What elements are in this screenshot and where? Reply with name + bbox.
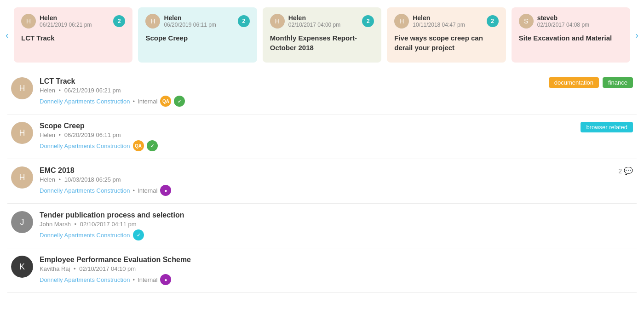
list-item-lct-track-item: H LCT Track Helen • 06/21/2019 06:21 pm … (7, 70, 637, 114)
list-date: 10/03/2018 06:25 pm (64, 176, 121, 183)
list-content: EMC 2018 Helen • 10/03/2018 06:25 pm Don… (40, 166, 611, 196)
list-date: 06/21/2019 06:21 pm (64, 87, 121, 94)
list-date: 02/10/2017 04:10 pm (79, 265, 136, 272)
list-title[interactable]: Tender publication process and selection (40, 211, 633, 219)
card-badge: 2 (362, 15, 374, 27)
card-avatar: S (519, 14, 534, 29)
list-author: Kavitha Raj (40, 265, 70, 272)
internal-label: Internal (138, 187, 157, 194)
internal-label: Internal (138, 98, 157, 105)
carousel-card-monthly-expenses[interactable]: H Helen 02/10/2017 04:00 pm 2 Monthly Ex… (263, 7, 381, 63)
list-subline: Donnelly Apartments Construction •Intern… (40, 185, 611, 196)
carousel-right-button[interactable]: › (632, 28, 642, 42)
tag-container: browser related (581, 122, 633, 132)
list-avatar: H (11, 77, 33, 99)
comment-number: 2 (618, 167, 622, 175)
card-username: Helen (40, 14, 92, 22)
card-username: Helen (413, 14, 465, 22)
comment-icon: 💬 (624, 166, 633, 175)
list-content: LCT Track Helen • 06/21/2019 06:21 pm Do… (40, 77, 541, 107)
list-date: 06/20/2019 06:11 pm (64, 132, 121, 138)
dot-separator: • (133, 98, 135, 105)
user-avatar-sm: QA (160, 96, 171, 107)
meta-dot: • (74, 265, 76, 272)
list-date: 02/10/2017 04:11 pm (80, 221, 137, 228)
meta-dot: • (75, 221, 77, 228)
list-author: Helen (40, 132, 55, 138)
project-link[interactable]: Donnelly Apartments Construction (40, 98, 130, 105)
card-avatar: H (21, 14, 36, 29)
carousel-section: ‹ H Helen 06/21/2019 06:21 pm 2 LCT Trac… (0, 0, 644, 70)
project-link[interactable]: Donnelly Apartments Construction (40, 276, 130, 283)
list-meta: John Marsh • 02/10/2017 04:11 pm (40, 221, 633, 228)
user-avatar-sm: ● (160, 274, 171, 285)
project-link[interactable]: Donnelly Apartments Construction (40, 232, 130, 239)
tag-documentation: documentation (549, 77, 599, 88)
user-avatar-sm: ✓ (174, 96, 185, 107)
card-date: 02/10/2017 04:00 pm (288, 22, 340, 28)
card-username: Helen (288, 14, 340, 22)
list-subline: Donnelly Apartments Construction •Intern… (40, 96, 541, 107)
carousel-card-scope-creep[interactable]: H Helen 06/20/2019 06:11 pm 2 Scope Cree… (138, 7, 257, 63)
card-title: Five ways scope creep can derail your pr… (394, 33, 498, 52)
card-date: 06/21/2019 06:21 pm (40, 22, 92, 28)
list-title[interactable]: Employee Performance Evaluation Scheme (40, 256, 633, 264)
list-item-emc-2018-item: H EMC 2018 Helen • 10/03/2018 06:25 pm D… (7, 159, 637, 204)
project-link[interactable]: Donnelly Apartments Construction (40, 143, 130, 149)
list-subline: Donnelly Apartments Construction •Intern… (40, 274, 633, 285)
list-item-employee-eval-item: K Employee Performance Evaluation Scheme… (7, 248, 637, 293)
user-avatar-sm: ✓ (133, 229, 144, 240)
card-badge: 2 (238, 15, 250, 27)
card-date: 06/20/2019 06:11 pm (164, 22, 216, 28)
card-username: steveb (537, 14, 589, 22)
carousel-cards: H Helen 06/21/2019 06:21 pm 2 LCT Track … (14, 7, 630, 63)
tag-container: documentationfinance (549, 77, 633, 88)
card-title: Scope Creep (145, 33, 249, 43)
card-avatar: H (145, 14, 160, 29)
list-title[interactable]: LCT Track (40, 77, 541, 86)
carousel-left-button[interactable]: ‹ (2, 28, 12, 42)
carousel-card-five-ways[interactable]: H Helen 10/11/2018 04:47 pm 2 Five ways … (387, 7, 506, 63)
carousel-card-site-excavation[interactable]: S steveb 02/10/2017 04:08 pm Site Excava… (512, 7, 630, 63)
list-meta: Helen • 06/21/2019 06:21 pm (40, 87, 541, 94)
internal-label: Internal (138, 276, 157, 283)
meta-dot: • (59, 176, 61, 183)
list-meta: Kavitha Raj • 02/10/2017 04:10 pm (40, 265, 633, 272)
list-avatar: J (11, 211, 33, 233)
list-avatar: H (11, 122, 33, 144)
carousel-card-lct-track[interactable]: H Helen 06/21/2019 06:21 pm 2 LCT Track (14, 7, 132, 63)
list-item-scope-creep-item: H Scope Creep Helen • 06/20/2019 06:11 p… (7, 114, 637, 159)
meta-dot: • (59, 87, 61, 94)
list-subline: Donnelly Apartments Construction ✓ (40, 229, 633, 240)
meta-dot: • (59, 132, 61, 138)
list-subline: Donnelly Apartments Construction QA✓ (40, 140, 573, 151)
tag-browser-related: browser related (581, 122, 633, 132)
card-title: Monthly Expenses Report- October 2018 (270, 33, 374, 52)
list-title[interactable]: EMC 2018 (40, 166, 611, 175)
card-avatar: H (394, 14, 409, 29)
card-avatar: H (270, 14, 285, 29)
comment-count: 2 💬 (618, 166, 633, 175)
list-avatar: H (11, 166, 33, 189)
dot-separator: • (133, 187, 135, 194)
list-section: H LCT Track Helen • 06/21/2019 06:21 pm … (0, 70, 644, 293)
project-link[interactable]: Donnelly Apartments Construction (40, 187, 130, 194)
card-title: Site Excavation and Material (519, 33, 623, 43)
card-title: LCT Track (21, 33, 125, 43)
card-badge: 2 (487, 15, 499, 27)
list-item-tender-item: J Tender publication process and selecti… (7, 204, 637, 248)
user-avatar-sm: QA (133, 140, 144, 151)
user-avatar-sm: ● (160, 185, 171, 196)
list-content: Scope Creep Helen • 06/20/2019 06:11 pm … (40, 122, 573, 151)
list-author: Helen (40, 176, 55, 183)
list-avatar: K (11, 256, 33, 278)
dot-separator: • (133, 276, 135, 283)
tag-finance: finance (603, 77, 633, 88)
list-content: Tender publication process and selection… (40, 211, 633, 240)
list-content: Employee Performance Evaluation Scheme K… (40, 256, 633, 285)
card-date: 02/10/2017 04:08 pm (537, 22, 589, 28)
card-badge: 2 (113, 15, 125, 27)
list-title[interactable]: Scope Creep (40, 122, 573, 130)
user-avatar-sm: ✓ (147, 140, 158, 151)
list-meta: Helen • 10/03/2018 06:25 pm (40, 176, 611, 183)
